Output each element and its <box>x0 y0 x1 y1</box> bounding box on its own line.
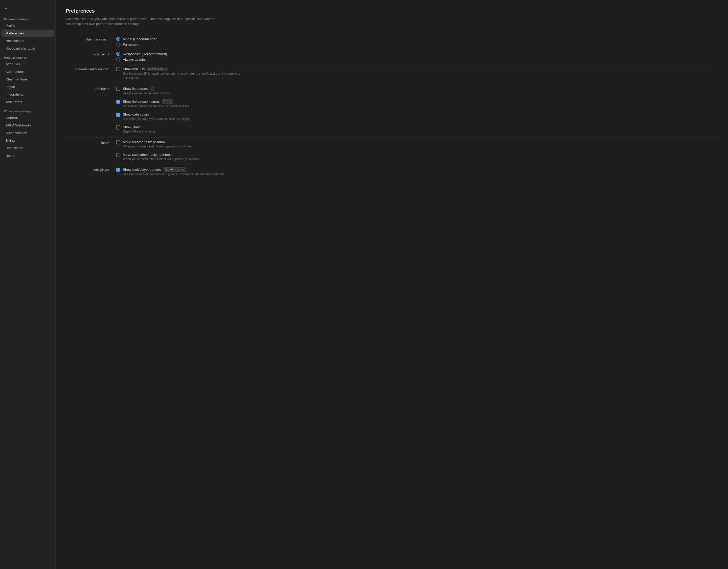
checkbox-show-multiplayer-cursors[interactable]: Show multiplayer cursors Cmd+Option+/ Se… <box>116 167 718 176</box>
show-date-colors-desc: See colors for date-type attributes (lik… <box>123 117 190 121</box>
sidebar-item-automations[interactable]: Automations <box>2 68 54 75</box>
checkbox-show-linked-task-names-content: Show linked task names Cmd+; Show task n… <box>123 99 190 108</box>
spreadsheet-label: Spreadsheet & Kanban <box>66 67 116 71</box>
attributes-group: Show list names ; See the name next to e… <box>116 86 718 135</box>
spreadsheet-row: Spreadsheet & Kanban Show task IDs Shift… <box>66 64 718 84</box>
sidebar-item-preferences[interactable]: Preferences <box>2 30 54 37</box>
checkbox-show-timer-content: Show Timer Display Timer in sidebar. <box>123 125 156 134</box>
back-arrow-icon: ← <box>4 6 8 11</box>
sidebar-item-profile[interactable]: Profile <box>2 22 54 29</box>
radio-fullscreen-label: Fullscreen <box>123 43 139 47</box>
sidebar-item-authentication[interactable]: Authentication <box>2 129 54 136</box>
radio-responsive-inner <box>117 53 119 55</box>
sidebar-item-integrations[interactable]: Integrations <box>2 91 54 98</box>
attributes-row: Attributes Show list names ; See the nam… <box>66 84 718 137</box>
checkbox-show-date-colors-box[interactable] <box>116 113 120 117</box>
radio-modal[interactable]: Modal (Recommended) <box>116 37 718 41</box>
checkbox-show-linked-task-names[interactable]: Show linked task names Cmd+; Show task n… <box>116 99 718 108</box>
checkbox-show-multiplayer-cursors-label: Show multiplayer cursors <box>123 168 161 171</box>
checkbox-show-task-ids-label: Show task IDs <box>123 67 145 71</box>
checkbox-show-task-ids[interactable]: Show task IDs Shift+Cmd+I See the unique… <box>116 67 718 80</box>
sidebar-item-billing[interactable]: Billing <box>2 137 54 144</box>
sidebar-item-label: Users <box>6 154 14 157</box>
radio-responsive-button[interactable] <box>116 52 120 56</box>
checkbox-show-task-ids-label-row: Show task IDs Shift+Cmd+I <box>123 67 244 71</box>
show-list-names-desc: See the name next to each list icon. <box>123 91 171 96</box>
task-layout-row: Task layout Responsive (Recommended) Alw… <box>66 49 718 64</box>
radio-responsive[interactable]: Responsive (Recommended) <box>116 52 718 56</box>
radio-fullscreen-button[interactable] <box>116 42 120 47</box>
inbox-label: Inbox <box>66 140 116 144</box>
sidebar-item-label: Notifications <box>6 39 24 43</box>
page-description: Customize your Height workspace personal… <box>66 16 217 26</box>
checkbox-show-timer-box[interactable] <box>116 125 120 129</box>
sidebar-item-label: Task forms <box>6 100 22 104</box>
checkbox-show-timer-label: Show Timer <box>123 125 141 129</box>
checkbox-show-multiplayer-cursors-label-row: Show multiplayer cursors Cmd+Option+/ <box>123 167 225 172</box>
radio-fullscreen[interactable]: Fullscreen <box>116 42 718 47</box>
checkbox-move-created-tasks[interactable]: Move created tasks to Inbox When you cre… <box>116 140 718 149</box>
checkbox-move-subscribed-tasks-content: Move subscribed tasks to Inbox When you … <box>123 153 200 161</box>
checkbox-show-list-names-content: Show list names ; See the name next to e… <box>123 86 171 96</box>
move-subscribed-tasks-desc: When you subscribe to a task, it will ap… <box>123 157 200 161</box>
page-title: Preferences <box>66 8 718 14</box>
sidebar-item-label: Integrations <box>6 93 24 96</box>
show-linked-task-names-shortcut: Cmd+; <box>162 99 173 104</box>
checkbox-move-created-tasks-box[interactable] <box>116 140 120 144</box>
checkbox-show-task-ids-content: Show task IDs Shift+Cmd+I See the unique… <box>123 67 244 80</box>
sidebar-item-attributes[interactable]: Attributes <box>2 60 54 68</box>
sidebar-item-users[interactable]: Users <box>2 152 54 159</box>
radio-modal-label: Modal (Recommended) <box>123 37 158 41</box>
sidebar-item-label: Authentication <box>6 131 27 135</box>
checkbox-show-multiplayer-cursors-box[interactable] <box>116 168 120 172</box>
checkbox-show-task-ids-box[interactable] <box>116 67 120 71</box>
sidebar-item-task-forms[interactable]: Task forms <box>2 98 54 106</box>
sidebar-item-label: Automations <box>6 70 25 74</box>
attributes-controls: Show list names ; See the name next to e… <box>116 86 718 135</box>
inbox-group: Move created tasks to Inbox When you cre… <box>116 140 718 162</box>
radio-always-tabs[interactable]: Always as tabs <box>116 57 718 61</box>
sidebar-item-general[interactable]: General <box>2 114 54 121</box>
checkbox-show-linked-task-names-box[interactable] <box>116 100 120 104</box>
checkbox-show-list-names-label-row: Show list names ; <box>123 86 171 91</box>
attributes-label: Attributes <box>66 86 116 91</box>
inbox-row: Inbox Move created tasks to Inbox When y… <box>66 137 718 165</box>
main-content: Preferences Customize your Height worksp… <box>56 0 728 569</box>
sidebar-item-import[interactable]: Import <box>2 83 54 90</box>
sidebar-item-notifications[interactable]: Notifications <box>2 37 54 44</box>
sidebar-item-keyboard-shortcuts[interactable]: Keyboard shortcuts <box>2 45 54 52</box>
checkbox-show-list-names[interactable]: Show list names ; See the name next to e… <box>116 86 718 96</box>
sidebar-item-security-log[interactable]: Security log <box>2 144 54 152</box>
checkbox-show-timer-label-row: Show Timer <box>123 125 156 129</box>
checkbox-move-subscribed-tasks-label-row: Move subscribed tasks to Inbox <box>123 153 200 156</box>
show-task-ids-desc: See the unique ID for each task to refer… <box>123 72 244 80</box>
checkbox-show-list-names-box[interactable] <box>116 87 120 91</box>
multiplayer-label: Multiplayer <box>66 167 116 172</box>
checkbox-show-date-colors[interactable]: Show date colors See colors for date-typ… <box>116 112 718 121</box>
radio-modal-button[interactable] <box>116 37 120 41</box>
open-tasks-row: Open tasks as... Modal (Recommended) Ful… <box>66 34 718 49</box>
sidebar-item-label: Security log <box>6 146 24 150</box>
sidebar-item-api-webhooks[interactable]: API & Webhooks <box>2 122 54 129</box>
sidebar: ← Personal settings Profile Preferences … <box>0 0 56 569</box>
checkbox-show-timer[interactable]: Show Timer Display Timer in sidebar. <box>116 125 718 134</box>
multiplayer-controls: Show multiplayer cursors Cmd+Option+/ Se… <box>116 167 718 177</box>
checkbox-show-linked-task-names-label-row: Show linked task names Cmd+; <box>123 99 190 104</box>
radio-always-tabs-button[interactable] <box>116 57 120 61</box>
inbox-controls: Move created tasks to Inbox When you cre… <box>116 140 718 162</box>
personal-settings-label: Personal settings <box>0 16 55 22</box>
checkbox-show-multiplayer-cursors-content: Show multiplayer cursors Cmd+Option+/ Se… <box>123 167 225 176</box>
checkbox-move-subscribed-tasks[interactable]: Move subscribed tasks to Inbox When you … <box>116 153 718 161</box>
workspace-settings-label: Workspace settings <box>0 108 55 114</box>
checkbox-move-subscribed-tasks-box[interactable] <box>116 153 120 157</box>
back-button[interactable]: ← <box>0 4 55 13</box>
checkbox-move-created-tasks-label-row: Move created tasks to Inbox <box>123 140 192 144</box>
open-tasks-controls: Modal (Recommended) Fullscreen <box>116 37 718 47</box>
move-created-tasks-desc: When you create a task, it will appear i… <box>123 144 192 149</box>
spreadsheet-group: Show task IDs Shift+Cmd+I See the unique… <box>116 67 718 81</box>
task-layout-controls: Responsive (Recommended) Always as tabs <box>116 52 718 61</box>
checkbox-show-list-names-label: Show list names <box>123 87 148 90</box>
sidebar-item-chat-mentions[interactable]: Chat mentions <box>2 76 54 83</box>
checkbox-show-date-colors-label-row: Show date colors <box>123 112 190 116</box>
checkbox-show-date-colors-label: Show date colors <box>123 112 149 116</box>
